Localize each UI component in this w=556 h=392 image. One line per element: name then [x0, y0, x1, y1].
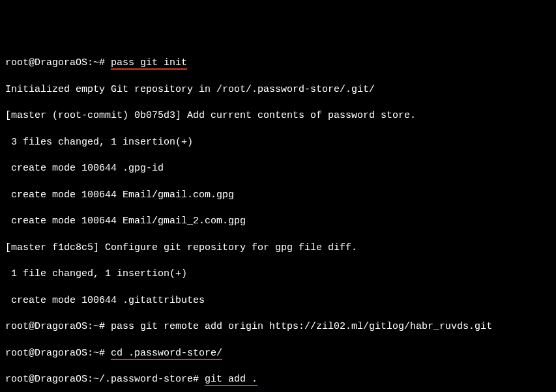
command: git add .: [205, 374, 257, 386]
command: pass git init: [111, 57, 187, 70]
command: cd .password-store/: [111, 348, 222, 360]
shell-prompt: root@DragoraOS:~#: [5, 348, 111, 359]
terminal-output: create mode 100644 .gitattributes: [5, 294, 551, 307]
terminal-output: 1 file changed, 1 insertion(+): [5, 268, 551, 281]
shell-prompt: root@DragoraOS:~/.password-store#: [5, 374, 205, 385]
terminal-output: create mode 100644 Email/gmail.com.gpg: [5, 189, 551, 202]
terminal-output: create mode 100644 Email/gmail_2.com.gpg: [5, 215, 551, 228]
terminal-line: root@DragoraOS:~# cd .password-store/: [5, 347, 551, 360]
terminal-line: root@DragoraOS:~/.password-store# git ad…: [5, 373, 551, 386]
terminal-output: [master (root-commit) 0b075d3] Add curre…: [5, 109, 551, 122]
terminal-line: root@DragoraOS:~# pass git init: [5, 57, 551, 70]
shell-prompt: root@DragoraOS:~#: [5, 57, 111, 68]
shell-prompt: root@DragoraOS:~#: [5, 321, 111, 332]
command: pass git remote add origin https://zil02…: [111, 321, 492, 332]
terminal-output: Initialized empty Git repository in /roo…: [5, 83, 551, 96]
terminal-line: root@DragoraOS:~# pass git remote add or…: [5, 320, 551, 333]
terminal-output: [master f1dc8c5] Configure git repositor…: [5, 242, 551, 255]
terminal-output: 3 files changed, 1 insertion(+): [5, 136, 551, 149]
terminal-output: create mode 100644 .gpg-id: [5, 162, 551, 175]
